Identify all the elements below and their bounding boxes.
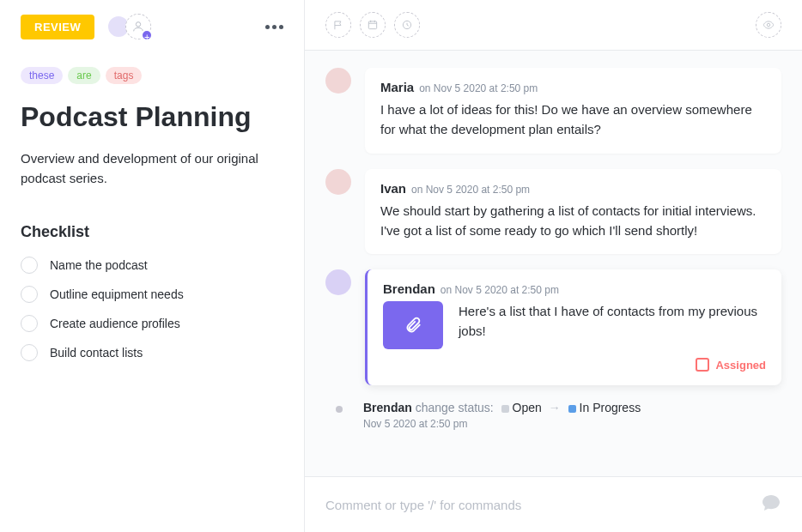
- tag[interactable]: these: [21, 67, 63, 84]
- avatar[interactable]: [325, 68, 351, 94]
- assigned-badge[interactable]: Assigned: [383, 358, 766, 372]
- comment-timestamp: on Nov 5 2020 at 2:50 pm: [419, 82, 538, 94]
- comment-author: Maria: [380, 80, 414, 94]
- comment-author: Ivan: [380, 181, 406, 196]
- checklist-item[interactable]: Create audience profiles: [21, 315, 283, 332]
- comment: Maria on Nov 5 2020 at 2:50 pm I have a …: [325, 68, 781, 154]
- chat-icon[interactable]: [761, 493, 781, 517]
- checkbox-icon[interactable]: [21, 257, 38, 274]
- checklist: Name the podcast Outline equipment needs…: [21, 257, 283, 361]
- dot-icon: [336, 406, 343, 413]
- tag[interactable]: are: [68, 67, 100, 84]
- status-change-timestamp: Nov 5 2020 at 2:50 pm: [363, 418, 641, 430]
- page-description[interactable]: Overview and development of our original…: [21, 148, 283, 189]
- assignee-avatars[interactable]: +: [106, 14, 151, 39]
- comment-card: Ivan on Nov 5 2020 at 2:50 pm We should …: [365, 169, 781, 255]
- comment-card: Maria on Nov 5 2020 at 2:50 pm I have a …: [365, 68, 781, 154]
- tag[interactable]: tags: [106, 67, 143, 84]
- plus-icon: +: [141, 29, 153, 41]
- comment-input-bar: [305, 476, 802, 532]
- comment-author: Brendan: [383, 281, 435, 296]
- right-header: [305, 0, 802, 51]
- flag-icon[interactable]: [325, 12, 351, 38]
- checklist-label: Create audience profiles: [50, 317, 180, 330]
- avatar[interactable]: [325, 169, 351, 195]
- comment-body: Here's a list that I have of contacts fr…: [459, 301, 766, 342]
- comment: Brendan on Nov 5 2020 at 2:50 pm Here's …: [325, 269, 781, 385]
- checklist-label: Outline equipment needs: [50, 287, 184, 301]
- right-panel: Maria on Nov 5 2020 at 2:50 pm I have a …: [305, 0, 802, 532]
- checklist-label: Build contact lists: [50, 346, 143, 360]
- svg-point-3: [767, 23, 770, 27]
- checklist-item[interactable]: Outline equipment needs: [21, 286, 283, 303]
- left-header: REVIEW +: [21, 14, 283, 39]
- comment: Ivan on Nov 5 2020 at 2:50 pm We should …: [325, 169, 781, 255]
- comment-body: I have a lot of ideas for this! Do we ha…: [380, 100, 766, 140]
- checkbox-icon[interactable]: [21, 344, 38, 361]
- checkbox-icon[interactable]: [21, 286, 38, 303]
- status-badge-review[interactable]: REVIEW: [21, 15, 94, 39]
- svg-point-0: [137, 22, 141, 27]
- arrow-right-icon: →: [549, 401, 561, 414]
- comments-area: Maria on Nov 5 2020 at 2:50 pm I have a …: [305, 51, 802, 476]
- status-dot-icon: [501, 405, 509, 413]
- add-assignee-button[interactable]: +: [125, 14, 151, 39]
- comment-card-highlighted: Brendan on Nov 5 2020 at 2:50 pm Here's …: [365, 269, 781, 385]
- checkbox-icon[interactable]: [21, 315, 38, 332]
- checkbox-icon[interactable]: [696, 358, 709, 372]
- page-title[interactable]: Podcast Planning: [21, 101, 283, 133]
- tags-row: these are tags: [21, 67, 283, 84]
- status-change-text: Brendan change status: Open → In Progres…: [363, 401, 641, 414]
- checklist-label: Name the podcast: [50, 258, 148, 272]
- attachment-icon[interactable]: [383, 301, 443, 349]
- assigned-label: Assigned: [715, 359, 766, 372]
- more-menu-button[interactable]: [265, 25, 283, 29]
- eye-icon[interactable]: [756, 12, 781, 38]
- checklist-item[interactable]: Name the podcast: [21, 257, 283, 274]
- clock-icon[interactable]: [394, 12, 420, 38]
- calendar-icon[interactable]: [360, 12, 386, 38]
- comment-timestamp: on Nov 5 2020 at 2:50 pm: [440, 284, 559, 296]
- left-header-actions: REVIEW +: [21, 14, 151, 39]
- header-icons-left: [325, 12, 420, 38]
- comment-timestamp: on Nov 5 2020 at 2:50 pm: [411, 184, 530, 196]
- checklist-item[interactable]: Build contact lists: [21, 344, 283, 361]
- left-panel: REVIEW + these are tags Podcast Planning…: [0, 0, 305, 532]
- comment-input[interactable]: [325, 498, 761, 512]
- avatar[interactable]: [325, 269, 351, 295]
- checklist-heading: Checklist: [21, 223, 283, 241]
- svg-rect-1: [368, 21, 376, 29]
- comment-body: We should start by gathering a list of c…: [380, 201, 766, 241]
- status-change-log: Brendan change status: Open → In Progres…: [325, 401, 781, 430]
- status-dot-icon: [568, 405, 576, 413]
